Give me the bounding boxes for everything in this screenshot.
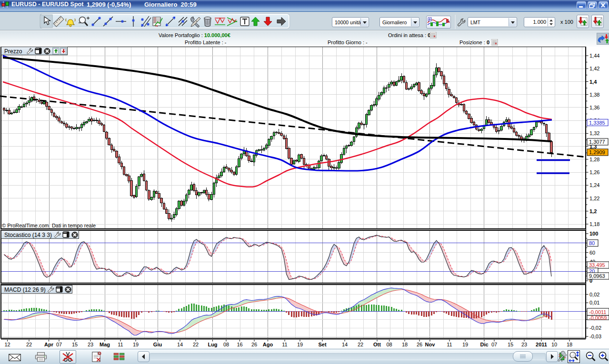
svg-text:-0,02: -0,02 bbox=[589, 325, 601, 331]
svg-text:1,28: 1,28 bbox=[589, 157, 599, 162]
svg-text:10: 10 bbox=[551, 342, 557, 347]
svg-text:11: 11 bbox=[118, 342, 123, 347]
svg-text:Giu: Giu bbox=[153, 342, 162, 347]
svg-text:16: 16 bbox=[237, 342, 242, 347]
svg-text:-0,0059: -0,0059 bbox=[589, 315, 607, 321]
svg-text:Ago: Ago bbox=[263, 342, 273, 347]
svg-text:08: 08 bbox=[386, 342, 392, 347]
svg-text:1,22: 1,22 bbox=[589, 196, 599, 201]
svg-text:-0,03: -0,03 bbox=[589, 334, 601, 339]
svg-text:1,26: 1,26 bbox=[589, 169, 599, 175]
svg-text:11: 11 bbox=[447, 342, 452, 347]
svg-text:19: 19 bbox=[462, 342, 468, 347]
svg-text:23: 23 bbox=[88, 342, 93, 347]
svg-text:Nov: Nov bbox=[425, 342, 436, 347]
svg-text:19: 19 bbox=[297, 342, 303, 347]
svg-text:26: 26 bbox=[417, 342, 422, 347]
svg-text:Dic: Dic bbox=[480, 342, 488, 347]
svg-text:15: 15 bbox=[72, 342, 78, 347]
svg-text:11: 11 bbox=[282, 342, 287, 347]
svg-text:1,24: 1,24 bbox=[589, 182, 599, 188]
svg-text:23: 23 bbox=[521, 342, 527, 347]
svg-text:26: 26 bbox=[251, 342, 257, 347]
svg-text:9,0963: 9,0963 bbox=[589, 273, 605, 279]
svg-text:Apr: Apr bbox=[44, 342, 54, 347]
svg-text:80: 80 bbox=[589, 240, 595, 246]
svg-text:0,02: 0,02 bbox=[589, 292, 599, 297]
svg-text:© ProRealTime.com Dati in tem: © ProRealTime.com Dati in tempo reale bbox=[2, 223, 96, 228]
svg-text:22: 22 bbox=[193, 342, 199, 347]
svg-text:1,36: 1,36 bbox=[589, 105, 599, 110]
svg-text:Set: Set bbox=[318, 342, 326, 347]
svg-text:14: 14 bbox=[342, 342, 348, 347]
svg-text:Lug: Lug bbox=[208, 342, 217, 347]
svg-text:19: 19 bbox=[133, 342, 139, 347]
svg-text:15: 15 bbox=[508, 342, 513, 347]
svg-text:07: 07 bbox=[56, 342, 62, 347]
svg-text:1,32: 1,32 bbox=[589, 130, 599, 136]
svg-text:2011: 2011 bbox=[536, 342, 547, 347]
svg-text:1,3385: 1,3385 bbox=[589, 120, 605, 126]
svg-text:1,2909: 1,2909 bbox=[589, 149, 605, 155]
svg-text:12: 12 bbox=[4, 342, 10, 347]
svg-text:1,42: 1,42 bbox=[589, 66, 599, 71]
svg-text:-0,0011: -0,0011 bbox=[589, 309, 607, 315]
svg-text:08: 08 bbox=[223, 342, 229, 347]
svg-text:1,4: 1,4 bbox=[589, 79, 597, 85]
svg-text:18: 18 bbox=[402, 342, 408, 347]
svg-text:1,38: 1,38 bbox=[589, 92, 599, 98]
svg-text:Mag: Mag bbox=[100, 342, 110, 347]
svg-text:1,2: 1,2 bbox=[589, 208, 597, 214]
svg-text:Ott: Ott bbox=[373, 342, 381, 347]
svg-text:07: 07 bbox=[491, 342, 497, 347]
svg-text:60: 60 bbox=[589, 250, 595, 256]
svg-text:1,44: 1,44 bbox=[589, 53, 599, 59]
svg-text:18: 18 bbox=[567, 342, 572, 347]
svg-text:33,495: 33,495 bbox=[589, 262, 605, 268]
svg-text:100: 100 bbox=[589, 231, 598, 236]
svg-text:22: 22 bbox=[26, 342, 32, 347]
svg-text:0,01: 0,01 bbox=[589, 300, 599, 305]
svg-text:1,18: 1,18 bbox=[589, 221, 599, 227]
svg-text:1,3077: 1,3077 bbox=[589, 139, 605, 145]
svg-text:22: 22 bbox=[358, 342, 363, 347]
svg-text:14: 14 bbox=[177, 342, 183, 347]
